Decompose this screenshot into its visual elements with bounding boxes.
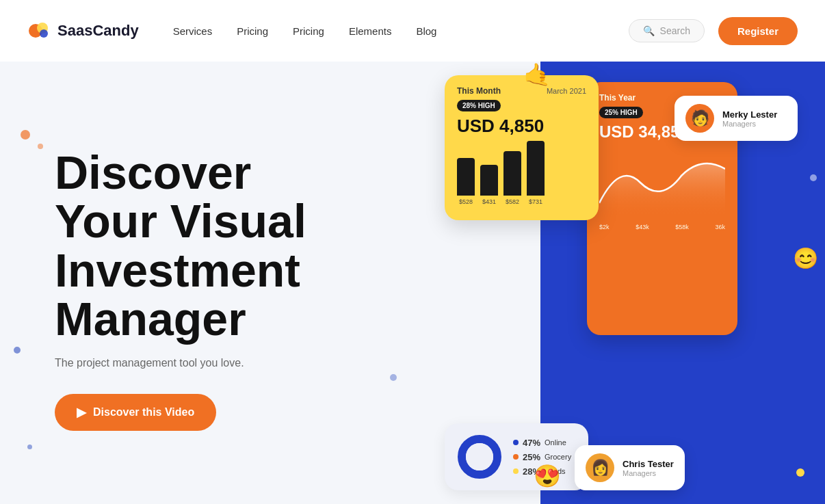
bar-0 (457, 158, 475, 196)
nav-pricing-2[interactable]: Pricing (293, 25, 324, 37)
logo-text: SaasCandy (57, 22, 139, 40)
hero-title: Discover Your Visual Investment Manager (55, 148, 376, 344)
legend-pct-grocery: 25% (523, 452, 540, 462)
chart-month-label: This Month (457, 86, 501, 96)
emoji-smiley: 😍 (534, 463, 561, 489)
register-button[interactable]: Register (718, 17, 798, 45)
page-wrapper: SaasCandy Services Pricing Pricing Eleme… (0, 0, 825, 504)
decorative-dot-2 (38, 144, 43, 149)
svg-point-6 (466, 443, 493, 470)
cta-button[interactable]: ▶ Discover this Video (55, 394, 216, 431)
bar-chart: $528 $431 $582 $731 (457, 144, 586, 205)
legend-label-grocery: Grocery (545, 453, 571, 461)
nav-services[interactable]: Services (173, 25, 213, 37)
nav-elements[interactable]: Elements (349, 25, 392, 37)
profile-info-top: Merky Lester Managers (722, 109, 777, 128)
search-bar[interactable]: 🔍 Search (629, 19, 705, 42)
bar-label-3: $731 (529, 198, 542, 205)
logo[interactable]: SaasCandy (27, 18, 139, 43)
chart-date: March 2021 (547, 87, 586, 95)
dot-right-2 (796, 468, 804, 477)
header-left: SaasCandy Services Pricing Pricing Eleme… (27, 18, 436, 43)
orange-year-label: This Year (599, 93, 636, 103)
donut-card: 47% Online 25% Grocery 28% Funds (445, 423, 588, 490)
legend-dot-grocery (513, 454, 519, 460)
profile-name-bottom: Chris Tester (623, 459, 674, 469)
main-content: Discover Your Visual Investment Manager … (0, 62, 825, 504)
decorative-dot-1 (21, 130, 30, 140)
hero-subtitle: The project management tool you love. (55, 357, 376, 369)
x-label-0: $2k (599, 224, 610, 230)
chart-badge: 28% HIGH (457, 100, 501, 111)
svg-point-2 (40, 29, 48, 38)
orange-badge: 25% HIGH (599, 107, 643, 118)
legend-dot-funds (513, 468, 519, 474)
chart-card: This Month March 2021 28% HIGH USD 4,850… (445, 75, 599, 220)
legend-grocery: 25% Grocery (513, 452, 571, 462)
wave-container (599, 148, 725, 220)
bar-group-2: $582 (503, 151, 521, 205)
bar-1 (480, 165, 498, 196)
dot-right-1 (810, 174, 817, 181)
legend-pct-online: 47% (523, 438, 540, 448)
bar-2 (503, 151, 521, 196)
decorative-dot-4 (27, 445, 32, 449)
nav: Services Pricing Pricing Elements Blog (173, 25, 437, 37)
profile-name-top: Merky Lester (722, 109, 777, 120)
x-label-3: 36k (715, 224, 725, 230)
legend-online: 47% Online (513, 438, 571, 448)
bar-group-3: $731 (527, 141, 545, 205)
bar-3 (527, 141, 545, 196)
header: SaasCandy Services Pricing Pricing Eleme… (0, 0, 825, 62)
nav-blog[interactable]: Blog (416, 25, 436, 37)
x-label-1: $43k (636, 224, 649, 230)
profile-card-bottom: 👩 Chris Tester Managers (575, 445, 685, 490)
search-icon: 🔍 (643, 25, 655, 36)
nav-pricing-1[interactable]: Pricing (237, 25, 268, 37)
header-right: 🔍 Search Register (629, 17, 798, 45)
play-icon: ▶ (77, 405, 86, 420)
x-label-2: $58k (675, 224, 689, 230)
legend-label-online: Online (545, 438, 566, 447)
profile-card-top: 🧑 Merky Lester Managers (675, 96, 798, 141)
profile-role-bottom: Managers (623, 469, 674, 477)
bar-label-1: $431 (482, 198, 496, 205)
cta-label: Discover this Video (93, 406, 194, 419)
left-panel: Discover Your Visual Investment Manager … (0, 62, 417, 504)
bar-group-0: $528 (457, 158, 475, 205)
wave-svg (599, 148, 725, 217)
bar-label-2: $582 (506, 198, 519, 205)
logo-icon (27, 18, 52, 43)
decorative-dot-3 (14, 347, 21, 354)
legend-dot-online (513, 440, 519, 445)
decorative-dot-5 (390, 374, 397, 381)
chart-amount: USD 4,850 (457, 116, 586, 137)
profile-avatar-top: 🧑 (685, 104, 714, 133)
bar-label-0: $528 (459, 198, 473, 205)
emoji-rock: 🤙 (523, 62, 551, 88)
donut-svg (456, 433, 503, 481)
search-placeholder-text: Search (660, 25, 690, 36)
chart-card-header: This Month March 2021 (457, 86, 586, 96)
profile-info-bottom: Chris Tester Managers (623, 459, 674, 477)
emoji-happy: 😊 (793, 246, 818, 270)
profile-role-top: Managers (722, 120, 777, 128)
x-labels: $2k $43k $58k 36k (599, 224, 725, 230)
profile-avatar-bottom: 👩 (586, 453, 614, 482)
right-panel: 🤙 This Month March 2021 28% HIGH USD 4,8… (417, 62, 825, 504)
bar-group-1: $431 (480, 165, 498, 205)
